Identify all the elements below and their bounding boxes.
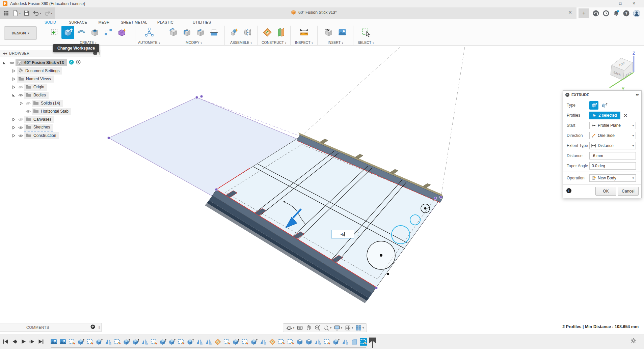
timeline-feature-sketch[interactable] — [150, 338, 158, 346]
expand-arrow-icon[interactable] — [10, 77, 17, 81]
fit-nav-button[interactable]: ▾ — [323, 325, 331, 331]
cancel-button[interactable]: Cancel — [618, 187, 639, 196]
timeline-settings-gear-icon[interactable] — [630, 338, 636, 345]
clear-selection-icon[interactable]: ✕ — [624, 113, 627, 118]
timeline-feature-sketch[interactable] — [323, 338, 331, 346]
timeline-feature-sketch[interactable] — [86, 338, 94, 346]
dialog-collapse-icon[interactable]: − — [565, 93, 569, 97]
browser-root-row[interactable]: 60" Fusion Stick v13 C — [0, 59, 101, 67]
browser-item-canvases[interactable]: Canvases — [0, 115, 101, 123]
visibility-eye-icon[interactable] — [24, 101, 32, 106]
start-dropdown[interactable]: Profile Plane ▾ — [589, 122, 636, 129]
timeline-feature-mirror[interactable] — [314, 338, 322, 346]
timeline-feature-plane[interactable] — [214, 338, 221, 346]
expand-arrow-icon[interactable] — [18, 101, 24, 106]
timeline-feature-hole[interactable] — [305, 338, 313, 346]
browser-item-horizontal-stab[interactable]: Horizontal Stab — [0, 107, 101, 115]
visibility-eye-icon[interactable] — [24, 109, 32, 114]
direction-dropdown[interactable]: One Side ▾ — [589, 132, 636, 139]
timeline-feature-sketch-active[interactable] — [360, 338, 367, 346]
timeline-feature-plane[interactable] — [269, 338, 276, 346]
view-cube[interactable]: TOP BACK LEFT Z Y — [610, 51, 635, 91]
timeline-feature-hole[interactable] — [296, 338, 303, 346]
collaboration-badge[interactable]: C — [69, 60, 74, 66]
timeline-feature-canvas[interactable] — [50, 338, 57, 346]
extent-type-dropdown[interactable]: Distance ▾ — [589, 142, 636, 149]
visibility-eye-icon[interactable] — [17, 134, 24, 138]
type-thin-extrude-button[interactable] — [600, 101, 609, 110]
distance-input[interactable]: -6 mm — [589, 152, 636, 159]
browser-item-sketches[interactable]: Sketches — [0, 123, 101, 132]
visibility-eye-icon[interactable] — [17, 85, 24, 89]
browser-item-bodies[interactable]: Bodies — [0, 91, 101, 99]
timeline-feature-mirror[interactable] — [196, 338, 203, 346]
expand-arrow-icon[interactable] — [10, 93, 17, 97]
dimension-options-menu-icon[interactable]: ⋮ — [355, 230, 361, 238]
timeline-feature-extrude[interactable] — [250, 338, 258, 346]
browser-item-document-settings[interactable]: Document Settings — [0, 67, 101, 75]
info-icon[interactable]: i — [566, 188, 571, 193]
timeline-feature-extrude[interactable] — [232, 338, 240, 346]
dialog-dock-icon[interactable]: ▶▶ — [636, 93, 639, 96]
play-button[interactable] — [20, 338, 27, 345]
timeline-feature-sketch[interactable] — [278, 338, 285, 346]
zoom-nav-button[interactable] — [314, 325, 321, 331]
expand-arrow-icon[interactable] — [10, 134, 17, 138]
add-comment-icon[interactable] — [90, 324, 95, 330]
operation-dropdown[interactable]: New Body ▾ — [589, 174, 636, 182]
activate-component-radio[interactable] — [76, 60, 81, 66]
expand-arrow-icon[interactable] — [10, 85, 17, 89]
timeline-feature-sketch[interactable] — [241, 338, 249, 346]
timeline-feature-mirror[interactable] — [205, 338, 212, 346]
expand-arrow-icon[interactable] — [10, 69, 17, 73]
timeline-feature-sketch[interactable] — [287, 338, 294, 346]
browser-item-origin[interactable]: Origin — [0, 83, 101, 91]
ok-button[interactable]: OK — [595, 187, 616, 196]
pan-nav-button[interactable] — [305, 325, 312, 331]
timeline-feature-extrude[interactable] — [168, 338, 176, 346]
expand-arrow-icon[interactable] — [10, 125, 17, 130]
timeline-feature-extrude[interactable] — [132, 338, 139, 346]
browser-item-solids-14-[interactable]: Solids (14) — [0, 99, 101, 107]
timeline-feature-sketch[interactable] — [223, 338, 231, 346]
profiles-selected-button[interactable]: 2 selected — [589, 112, 620, 119]
timeline-feature-extrude[interactable] — [187, 338, 194, 346]
visibility-eye-icon[interactable] — [17, 125, 24, 130]
comments-grip-icon[interactable]: ‖ — [99, 326, 100, 329]
go-to-end-button[interactable] — [37, 338, 45, 345]
timeline-feature-extrude[interactable] — [77, 338, 85, 346]
distance-value-input[interactable]: -6 — [331, 230, 354, 238]
browser-item-construction[interactable]: Construction — [0, 132, 101, 140]
timeline-feature-extrude[interactable] — [332, 338, 340, 346]
comments-panel[interactable]: COMMENTS ‖ — [0, 323, 102, 332]
taper-angle-input[interactable]: 0.0 deg — [589, 162, 636, 170]
expand-arrow-icon[interactable] — [0, 61, 8, 65]
visibility-eye-icon[interactable] — [17, 93, 24, 97]
timeline-feature-mirror[interactable] — [342, 338, 349, 346]
display-settings-nav-button[interactable]: ▾ — [334, 325, 342, 331]
orbit-nav-button[interactable]: ▾ — [286, 325, 294, 331]
type-extrude-button[interactable] — [589, 101, 598, 110]
go-to-start-button[interactable] — [2, 338, 9, 345]
visibility-eye-icon[interactable] — [17, 117, 24, 122]
step-back-button[interactable] — [11, 338, 18, 345]
step-forward-button[interactable] — [28, 338, 36, 345]
timeline-feature-sketch[interactable] — [114, 338, 121, 346]
timeline-feature-extrude[interactable] — [159, 338, 167, 346]
visibility-eye-icon[interactable] — [8, 61, 16, 65]
browser-item-named-views[interactable]: Named Views — [0, 75, 101, 83]
expand-arrow-icon[interactable] — [10, 117, 17, 122]
timeline-feature-fillet[interactable] — [351, 338, 358, 346]
look-at-nav-button[interactable] — [297, 325, 303, 331]
timeline-feature-extrude[interactable] — [123, 338, 130, 346]
timeline-feature-extrude[interactable] — [96, 338, 103, 346]
timeline-position-marker[interactable] — [369, 337, 376, 347]
timeline-feature-sketch[interactable] — [178, 338, 185, 346]
timeline-feature-mirror[interactable] — [105, 338, 112, 346]
timeline-feature-sketch[interactable] — [68, 338, 76, 346]
collapse-panel-icon[interactable]: ◀◀ — [3, 52, 7, 55]
extrude-dialog-header[interactable]: − EXTRUDE ▶▶ — [563, 91, 641, 99]
viewports-nav-button[interactable]: ▾ — [355, 325, 364, 331]
timeline-feature-mirror[interactable] — [260, 338, 267, 346]
grid-nav-button[interactable]: ▾ — [345, 325, 353, 331]
